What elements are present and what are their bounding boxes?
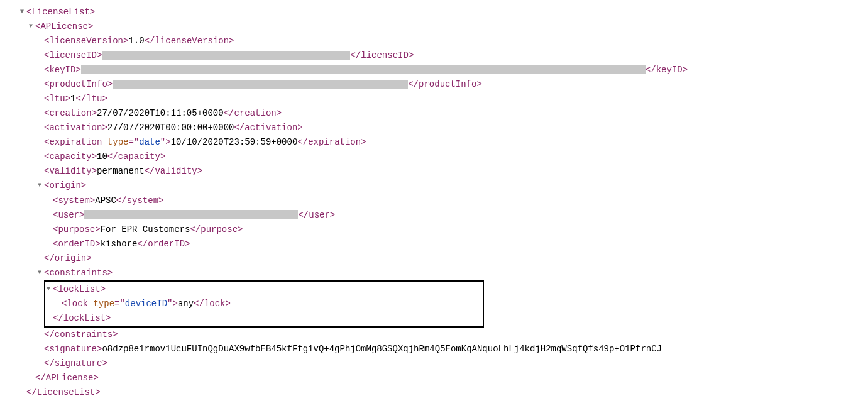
- tag-orderID: <orderID>: [53, 239, 101, 249]
- xml-line: <keyID></keyID>: [0, 63, 868, 77]
- value-orderID: kishore: [101, 239, 138, 249]
- collapse-toggle[interactable]: ▼: [44, 282, 53, 296]
- xml-line: <user></user>: [0, 208, 868, 223]
- attr-value-deviceID: deviceID: [125, 299, 167, 309]
- collapse-toggle[interactable]: ▼: [18, 4, 26, 19]
- redacted-user: [84, 210, 298, 219]
- xml-line: ▼<constraints>: [0, 266, 868, 280]
- xml-line: </signature>: [0, 356, 868, 371]
- value-activation: 27/07/2020T00:00:00+0000: [107, 123, 234, 133]
- tag-ltu: <ltu>: [44, 94, 70, 104]
- value-lock: any: [178, 299, 194, 309]
- xml-line: ▼<APLicense>: [0, 19, 868, 34]
- xml-line: <expiration type="date">10/10/2020T23:59…: [0, 135, 868, 150]
- attr-type: type: [93, 299, 114, 309]
- tag-close-APLicense: </APLicense>: [35, 373, 99, 383]
- xml-line: <productInfo></productInfo>: [0, 77, 868, 92]
- tag-close-origin: </origin>: [44, 253, 92, 263]
- xml-line: <licenseID></licenseID>: [0, 48, 868, 63]
- tag-close-constraints: </constraints>: [44, 329, 118, 339]
- attr-value-date: date: [139, 137, 160, 147]
- tag-licenseVersion: <licenseVersion>: [44, 36, 128, 46]
- tag-activation: <activation>: [44, 123, 107, 133]
- attr-type: type: [107, 137, 129, 147]
- tag-open-lockList: <lockList>: [53, 284, 106, 294]
- xml-line: <system>APSC</system>: [0, 194, 868, 208]
- xml-line: ▼<LicenseList>: [0, 5, 868, 19]
- xml-line: <creation>27/07/2020T10:11:05+0000</crea…: [0, 106, 868, 121]
- tag-open-LicenseList: <LicenseList>: [26, 7, 95, 17]
- xml-line: <validity>permanent</validity>: [0, 164, 868, 179]
- xml-line: </lockList>: [0, 311, 483, 326]
- redacted-licenseID: [102, 51, 350, 60]
- xml-line: <activation>27/07/2020T00:00:00+0000</ac…: [0, 121, 868, 135]
- tag-close-LicenseList: </LicenseList>: [26, 387, 101, 397]
- xml-line: </APLicense>: [0, 371, 868, 385]
- tag-system: <system>: [53, 196, 95, 206]
- tag-signature: <signature>: [44, 344, 102, 354]
- value-system: APSC: [95, 196, 116, 206]
- xml-line: <capacity>10</capacity>: [0, 150, 868, 164]
- xml-line: <purpose>For EPR Customers</purpose>: [0, 223, 868, 237]
- value-validity: permanent: [97, 166, 145, 176]
- value-capacity: 10: [97, 152, 107, 162]
- collapse-toggle[interactable]: ▼: [35, 178, 44, 192]
- tag-creation: <creation>: [44, 108, 97, 118]
- tag-lock: <lock: [62, 299, 93, 309]
- tag-productInfo: <productInfo>: [44, 79, 113, 89]
- tag-close-lockList: </lockList>: [53, 313, 111, 323]
- tag-open-origin: <origin>: [44, 181, 86, 191]
- tag-validity: <validity>: [44, 166, 97, 176]
- xml-line: <signature>o8dzp8e1rmov1UcuFUInQgDuAX9wf…: [0, 342, 868, 356]
- collapse-toggle[interactable]: ▼: [35, 265, 44, 280]
- xml-line: <licenseVersion>1.0</licenseVersion>: [0, 34, 868, 48]
- xml-line: ▼<origin>: [0, 179, 868, 193]
- value-creation: 27/07/2020T10:11:05+0000: [97, 108, 224, 118]
- value-purpose: For EPR Customers: [101, 224, 190, 234]
- xml-line: <lock type="deviceID">any</lock>: [0, 297, 483, 311]
- tag-purpose: <purpose>: [53, 224, 101, 234]
- redacted-keyID: [81, 65, 646, 74]
- tag-open-constraints: <constraints>: [44, 268, 113, 278]
- redacted-productInfo: [113, 80, 408, 89]
- xml-line: </origin>: [0, 251, 868, 266]
- tag-capacity: <capacity>: [44, 152, 97, 162]
- xml-line: <ltu>1</ltu>: [0, 92, 868, 106]
- value-expiration: 10/10/2020T23:59:59+0000: [171, 137, 298, 147]
- xml-line: ▼<lockList>: [0, 282, 483, 297]
- highlight-box: ▼<lockList> <lock type="deviceID">any</l…: [44, 280, 484, 328]
- tag-user: <user>: [53, 210, 84, 220]
- tag-licenseID: <licenseID>: [44, 50, 102, 60]
- tag-close-signature: </signature>: [44, 358, 107, 368]
- tag-keyID: <keyID>: [44, 65, 81, 75]
- xml-line: <orderID>kishore</orderID>: [0, 237, 868, 251]
- tag-expiration: <expiration: [44, 137, 107, 147]
- xml-line: </LicenseList>: [0, 385, 868, 400]
- xml-line: </constraints>: [0, 328, 868, 342]
- value-signature: o8dzp8e1rmov1UcuFUInQgDuAX9wfbEB45kfFfg1…: [102, 344, 662, 354]
- tag-open-APLicense: <APLicense>: [35, 21, 93, 31]
- value-licenseVersion: 1.0: [128, 36, 144, 46]
- collapse-toggle[interactable]: ▼: [26, 19, 35, 33]
